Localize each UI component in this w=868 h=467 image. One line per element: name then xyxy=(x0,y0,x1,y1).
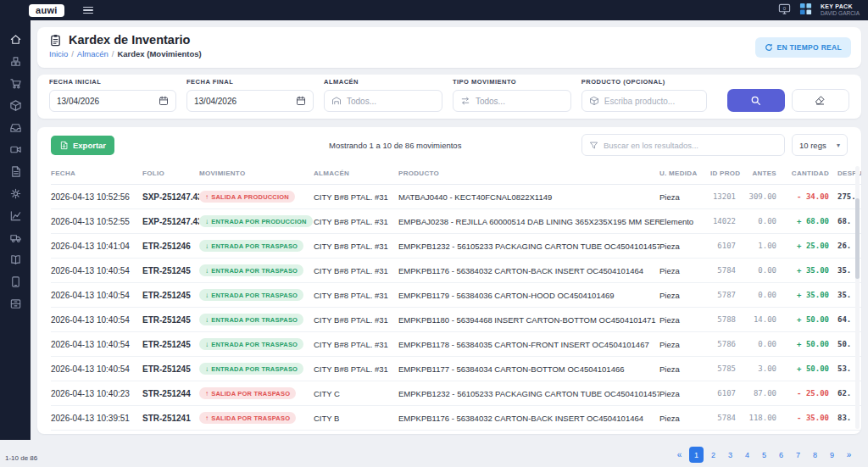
calendar-icon xyxy=(159,96,169,106)
cell-unidad: Pieza xyxy=(659,406,710,431)
book-icon xyxy=(9,253,22,266)
breadcrumb-current: Kardex (Movimientos) xyxy=(117,49,201,58)
fecha-inicial-field[interactable] xyxy=(49,90,176,112)
apps-grid-icon[interactable] xyxy=(799,3,812,19)
table-card: Exportar Mostrando 1 a 10 de 86 movimien… xyxy=(37,127,861,434)
arrow-up-icon: ↑ xyxy=(205,414,209,422)
table-row: 2026-04-13 10:40:54ETR-251245↓ENTRADA PO… xyxy=(51,283,861,308)
page-button-3[interactable]: 3 xyxy=(723,447,737,463)
cell-antes: 118.00 xyxy=(744,406,785,431)
table-scrollbar[interactable] xyxy=(855,166,860,429)
cell-cantidad: + 25.00 xyxy=(785,234,837,259)
fecha-final-input[interactable] xyxy=(194,97,296,106)
page-title: Kardex de Inventario xyxy=(69,33,190,47)
column-header[interactable]: CANTIDAD xyxy=(785,163,837,185)
column-header[interactable]: FECHA xyxy=(51,163,142,185)
cell-movimiento: ↓ENTRADA POR TRASPASO xyxy=(199,283,314,308)
scrollbar-thumb[interactable] xyxy=(855,198,860,279)
sidebar xyxy=(0,20,31,440)
page-button-7[interactable]: 7 xyxy=(791,447,805,463)
sidebar-item-pallet[interactable] xyxy=(4,53,26,69)
sidebar-item-cart[interactable] xyxy=(4,75,26,92)
sidebar-item-book[interactable] xyxy=(4,251,26,268)
breadcrumb-almacen[interactable]: Almacén xyxy=(77,49,108,58)
table-row: 2026-04-13 10:40:54ETR-251245↓ENTRADA PO… xyxy=(51,308,861,332)
page-button-9[interactable]: 9 xyxy=(825,447,839,463)
column-header[interactable]: ID PROD xyxy=(710,163,744,185)
sidebar-item-home[interactable] xyxy=(4,31,26,47)
results-search-field[interactable] xyxy=(581,134,785,156)
movement-badge: ↓ENTRADA POR TRASPASO xyxy=(199,240,303,252)
prev-page-button[interactable]: « xyxy=(672,447,687,463)
breadcrumb-home[interactable]: Inicio xyxy=(49,49,68,58)
box-icon xyxy=(9,99,22,112)
cell-antes: 0.00 xyxy=(744,283,785,308)
search-button[interactable] xyxy=(727,89,785,112)
cell-folio: ETR-251245 xyxy=(142,357,199,381)
cell-cantidad: + 50.00 xyxy=(785,308,837,332)
page-button-4[interactable]: 4 xyxy=(740,447,754,463)
arrow-down-icon: ↓ xyxy=(205,316,209,324)
page-button-2[interactable]: 2 xyxy=(706,447,721,463)
cell-antes: 309.00 xyxy=(744,185,785,209)
almacen-select[interactable]: Todos... xyxy=(324,90,442,112)
results-search-input[interactable] xyxy=(604,141,777,150)
movements-table: FECHAFOLIOMOVIMIENTOALMACÉNPRODUCTOU. ME… xyxy=(51,163,861,431)
page-button-5[interactable]: 5 xyxy=(757,447,771,463)
sidebar-item-drawer[interactable] xyxy=(4,295,26,312)
realtime-button[interactable]: EN TIEMPO REAL xyxy=(755,37,851,58)
sidebar-item-inbox[interactable] xyxy=(4,119,26,136)
page-size-select[interactable]: 10 regs ▾ xyxy=(792,134,848,156)
table-wrapper: FECHAFOLIOMOVIMIENTOALMACÉNPRODUCTOU. ME… xyxy=(51,163,861,431)
sidebar-item-box[interactable] xyxy=(4,97,26,114)
sidebar-item-chart[interactable] xyxy=(4,207,26,224)
sidebar-item-truck[interactable] xyxy=(4,229,26,246)
tipo-movimiento-select[interactable]: Todos... xyxy=(453,90,571,112)
cell-movimiento: ↑SALIDA POR TRASPASO xyxy=(199,381,314,406)
cell-id-prod: 5784 xyxy=(710,406,744,431)
tablet-icon xyxy=(9,275,22,288)
cell-movimiento: ↓ENTRADA POR TRASPASO xyxy=(199,308,314,332)
fecha-inicial-input[interactable] xyxy=(57,97,159,106)
menu-toggle-icon[interactable] xyxy=(83,7,93,14)
sidebar-item-tablet[interactable] xyxy=(4,273,26,290)
monitor-icon[interactable]: 0 xyxy=(778,3,791,19)
gear-icon xyxy=(9,187,22,200)
cell-fecha: 2026-04-13 10:40:23 xyxy=(51,381,142,406)
producto-input[interactable] xyxy=(604,97,699,106)
fecha-final-field[interactable] xyxy=(186,90,314,112)
page-button-1[interactable]: 1 xyxy=(689,447,704,463)
cell-cantidad: + 68.00 xyxy=(785,209,837,234)
sidebar-item-document[interactable] xyxy=(4,163,26,180)
cart-icon xyxy=(9,77,22,90)
table-row: 2026-04-13 10:40:54ETR-251245↓ENTRADA PO… xyxy=(51,259,861,283)
cell-id-prod: 5787 xyxy=(710,283,744,308)
cell-movimiento: ↓ENTRADA POR TRASPASO xyxy=(199,357,314,381)
page-button-6[interactable]: 6 xyxy=(774,447,788,463)
column-header[interactable]: ALMACÉN xyxy=(314,163,398,185)
producto-field[interactable] xyxy=(581,90,707,112)
cell-movimiento: ↓ENTRADA POR PRODUCCION xyxy=(199,209,314,234)
document-icon xyxy=(9,165,22,178)
cell-producto: EMPBAJ0238 - REJILLA 60000514 DAB LINING… xyxy=(398,209,659,234)
column-header[interactable]: ANTES xyxy=(744,163,785,185)
cell-cantidad: + 50.00 xyxy=(785,332,837,357)
user-menu[interactable]: KEY PACK DAVID GARCIA xyxy=(821,3,860,17)
page-button-8[interactable]: 8 xyxy=(808,447,822,463)
clear-filters-button[interactable] xyxy=(792,89,849,112)
home-icon xyxy=(9,33,22,46)
column-header[interactable]: U. MEDIDA xyxy=(659,163,710,185)
column-header[interactable]: FOLIO xyxy=(142,163,199,185)
sidebar-item-camera[interactable] xyxy=(4,141,26,158)
column-header[interactable]: PRODUCTO xyxy=(398,163,659,185)
next-page-button[interactable]: » xyxy=(842,447,856,463)
sidebar-item-gear[interactable] xyxy=(4,185,26,202)
exchange-icon xyxy=(460,96,470,106)
cell-fecha: 2026-04-13 10:52:55 xyxy=(51,209,142,234)
chart-icon xyxy=(9,209,22,222)
cell-producto: EMPKPB1232 - 56105233 PACKAGING CARTON T… xyxy=(398,381,659,406)
cell-folio: STR-251241 xyxy=(142,406,199,431)
column-header[interactable]: MOVIMIENTO xyxy=(199,163,314,185)
cell-unidad: Pieza xyxy=(659,259,710,283)
export-button[interactable]: Exportar xyxy=(51,136,114,155)
